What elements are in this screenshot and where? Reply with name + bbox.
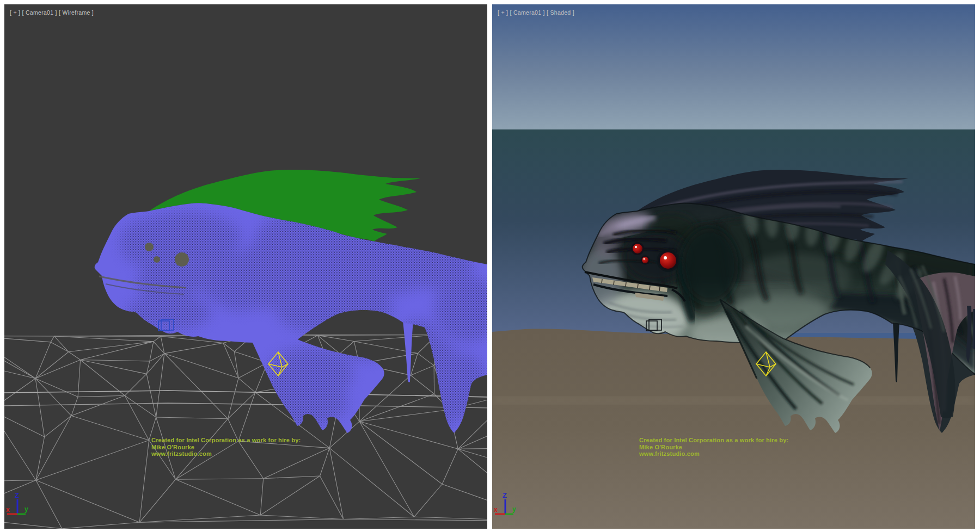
svg-text:y: y	[24, 505, 28, 513]
svg-text:x: x	[494, 506, 498, 514]
svg-text:Z: Z	[503, 491, 507, 499]
svg-text:x: x	[6, 506, 10, 514]
svg-text:y: y	[512, 505, 516, 513]
svg-text:Z: Z	[15, 491, 19, 499]
